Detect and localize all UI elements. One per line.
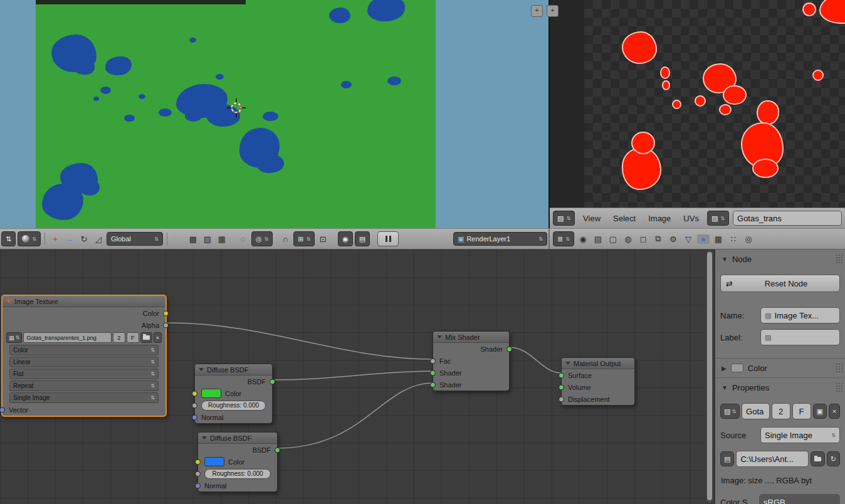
pause-button[interactable]: [377, 231, 399, 246]
collapse-icon[interactable]: [199, 368, 204, 371]
name-field[interactable]: ▨ Image Tex...: [760, 307, 840, 323]
roughness-slider[interactable]: Roughness: 0.000: [201, 401, 266, 411]
tab-modifiers-icon[interactable]: ⚙: [667, 234, 680, 244]
snap-magnet-icon[interactable]: ∩: [279, 234, 291, 244]
source-dropdown[interactable]: Single Image ⇅: [760, 427, 840, 443]
fake-user-button[interactable]: F: [792, 403, 811, 419]
output-socket-alpha[interactable]: [163, 322, 169, 328]
editor-type-selector[interactable]: ▨⇅: [553, 211, 575, 226]
tab-object-data-icon[interactable]: ▽: [682, 234, 695, 244]
input-socket-color[interactable]: [192, 391, 197, 396]
reload-image-button[interactable]: ↻: [827, 451, 840, 466]
unlink-datablock-button[interactable]: ×: [829, 404, 840, 419]
proportional-falloff-dropdown[interactable]: ◎⇅: [251, 231, 273, 246]
image-datablock-name[interactable]: Gotas_trans: [733, 211, 842, 226]
image-users-button[interactable]: 2: [113, 332, 125, 343]
panel-collapse-icon[interactable]: ▼: [722, 256, 728, 263]
properties-panel-header[interactable]: ▼ Properties: [715, 377, 845, 397]
tab-texture-icon[interactable]: ▦: [712, 234, 725, 244]
image-users-button[interactable]: 2: [772, 403, 790, 419]
panel-collapse-icon[interactable]: ▶: [722, 365, 727, 372]
output-socket-color[interactable]: [163, 310, 169, 316]
tab-material-icon[interactable]: ●: [697, 234, 710, 244]
snap-element-dropdown[interactable]: ⊞⇅: [293, 231, 315, 246]
tab-physics-icon[interactable]: ◎: [742, 234, 755, 244]
input-socket-roughness[interactable]: [192, 402, 197, 408]
color-preview-swatch[interactable]: [731, 364, 743, 372]
roughness-slider[interactable]: Roughness: 0.000: [204, 469, 271, 479]
interpolation-menu[interactable]: Linear⇅: [9, 357, 159, 367]
viewport-3d[interactable]: [0, 0, 548, 228]
opengl-render-anim-button[interactable]: ▤: [355, 231, 370, 246]
projection-menu[interactable]: Flat⇅: [9, 369, 159, 379]
uv-image-editor[interactable]: ▨⇅ View Select Image UVs ▨⇅ Gotas_trans: [548, 0, 845, 228]
viewport-shading-dropdown[interactable]: ⇅: [18, 231, 41, 246]
transform-orientation-dropdown[interactable]: Global⇅: [107, 232, 163, 246]
node-header[interactable]: Image Texture: [3, 296, 165, 307]
extension-menu[interactable]: Repeat⇅: [9, 381, 159, 391]
tab-world-icon[interactable]: ◍: [622, 234, 634, 244]
mesh-select-vertex-icon[interactable]: ▩: [187, 234, 199, 244]
menu-uvs[interactable]: UVs: [679, 214, 703, 223]
input-socket-volume[interactable]: [559, 384, 564, 390]
node-diffuse-bsdf-blue[interactable]: Diffuse BSDF BSDF Color Roughness: 0.000…: [197, 432, 278, 492]
file-browse-button[interactable]: [811, 451, 825, 466]
node-header[interactable]: Material Output: [562, 358, 634, 369]
region-toggle-widget-2[interactable]: +: [547, 5, 559, 17]
output-socket-shader[interactable]: [506, 346, 512, 352]
panel-grip-icon[interactable]: [836, 382, 842, 392]
rotate-manipulator-icon[interactable]: ↻: [78, 234, 90, 244]
menu-image[interactable]: Image: [644, 214, 675, 223]
input-socket-roughness[interactable]: [195, 471, 201, 476]
source-menu[interactable]: Single Image⇅: [9, 392, 159, 403]
node-panel-header[interactable]: ▼ Node: [715, 249, 845, 268]
menu-select[interactable]: Select: [609, 214, 640, 223]
panel-grip-icon[interactable]: [836, 254, 842, 264]
panel-collapse-icon[interactable]: ▼: [722, 384, 728, 391]
menu-view[interactable]: View: [579, 214, 605, 223]
collapse-icon[interactable]: [565, 362, 570, 365]
translate-manipulator-icon[interactable]: →: [63, 234, 76, 244]
node-header[interactable]: Diffuse BSDF: [198, 433, 277, 444]
reset-node-button[interactable]: ⇄ Reset Node: [720, 275, 840, 292]
snap-target-icon[interactable]: ⊡: [317, 234, 329, 244]
node-mix-shader[interactable]: Mix Shader Shader Fac Shader Shader: [433, 331, 510, 391]
render-layer-dropdown[interactable]: ▣RenderLayer1⇅: [453, 232, 547, 246]
input-socket-normal[interactable]: [192, 414, 197, 420]
input-socket-color[interactable]: [195, 459, 201, 465]
node-image-texture[interactable]: Image Texture Color Alpha ▨⇅ Gotas_trans…: [1, 295, 167, 417]
node-editor-scrollbar[interactable]: [706, 251, 713, 503]
label-field[interactable]: ▨: [760, 329, 840, 345]
color-swatch[interactable]: [201, 389, 221, 398]
scale-manipulator-icon[interactable]: ◿: [92, 234, 105, 244]
opengl-render-still-button[interactable]: ◉: [338, 231, 353, 246]
image-name-field[interactable]: Gota: [742, 403, 769, 419]
tab-particles-icon[interactable]: ∷: [727, 234, 740, 244]
pack-image-button[interactable]: ▣: [813, 404, 827, 419]
colorspace-dropdown[interactable]: sRGB: [759, 494, 840, 504]
input-socket-displacement[interactable]: [559, 396, 564, 402]
tab-render-layers-icon[interactable]: ▤: [592, 234, 604, 244]
tab-object-icon[interactable]: ◻: [637, 234, 649, 244]
open-image-button[interactable]: [140, 332, 152, 343]
output-socket-bsdf[interactable]: [275, 447, 280, 453]
input-socket-shader1[interactable]: [430, 370, 436, 375]
unlink-image-button[interactable]: ×: [154, 332, 162, 343]
color-panel-header[interactable]: ▶ Color: [715, 358, 845, 377]
collapse-icon[interactable]: [437, 335, 442, 339]
editor-type-selector-clipped[interactable]: ⇅: [1, 231, 16, 246]
input-socket-vector[interactable]: [0, 407, 5, 412]
panel-grip-icon[interactable]: [836, 363, 842, 373]
proportional-edit-icon[interactable]: ◌: [237, 234, 249, 244]
color-space-menu[interactable]: Color⇅: [9, 345, 159, 355]
node-material-output[interactable]: Material Output Surface Volume Displacem…: [561, 357, 635, 406]
fake-user-button[interactable]: F: [127, 332, 139, 343]
image-browse-dropdown[interactable]: ▨⇅: [707, 211, 729, 226]
filepath-field[interactable]: C:\Users\Ant...: [736, 451, 808, 467]
collapse-icon[interactable]: [202, 436, 207, 439]
tab-constraints-icon[interactable]: ⧉: [652, 234, 664, 244]
scrollbar-thumb[interactable]: [707, 252, 712, 500]
mesh-select-face-icon[interactable]: ▦: [216, 234, 228, 244]
input-socket-shader2[interactable]: [430, 382, 436, 387]
node-editor[interactable]: Image Texture Color Alpha ▨⇅ Gotas_trans…: [0, 249, 715, 504]
